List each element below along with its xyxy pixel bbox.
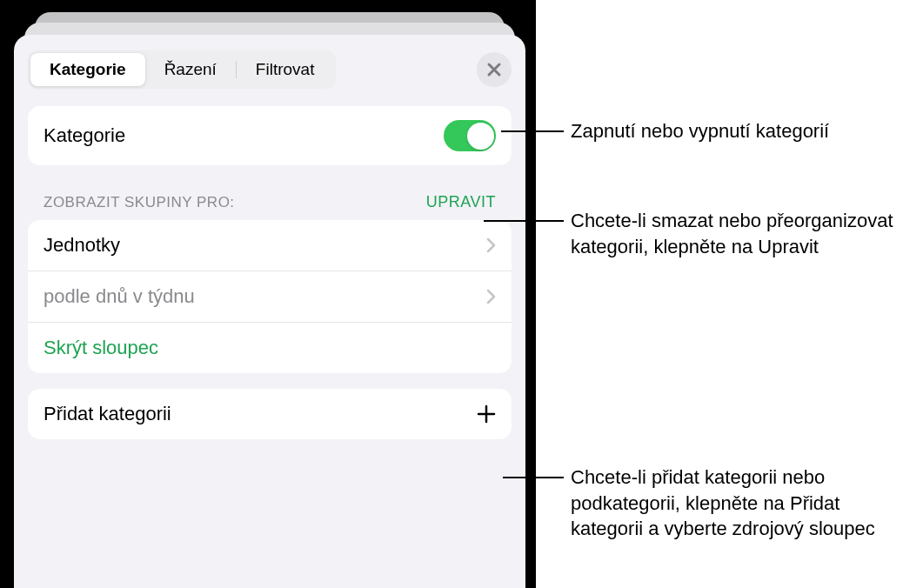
categories-toggle-row: Kategorie <box>28 106 512 165</box>
add-category-label: Přidat kategorii <box>43 403 477 425</box>
categories-sheet: Kategorie Řazení Filtrovat Kategorie ZOB… <box>14 35 525 588</box>
categories-toggle-switch[interactable] <box>444 120 496 151</box>
group-row-units-label: Jednotky <box>43 234 486 257</box>
hide-column-row[interactable]: Skrýt sloupec <box>28 322 512 373</box>
annotation-add: Chcete-li přidat kategorii nebo podkateg… <box>571 464 910 542</box>
group-row-units[interactable]: Jednotky <box>28 220 512 271</box>
sheet-header: Kategorie Řazení Filtrovat <box>28 50 512 89</box>
group-row-by-days-prefix: podle <box>43 285 96 307</box>
close-icon <box>486 62 502 77</box>
annotation-edit: Chcete-li smazat nebo přeorganizovat kat… <box>571 208 901 259</box>
tab-sorting-label: Řazení <box>164 60 217 78</box>
hide-column-label: Skrýt sloupec <box>43 337 496 359</box>
group-row-by-days[interactable]: podle dnů v týdnu <box>28 271 512 322</box>
chevron-right-icon <box>486 237 496 253</box>
edit-button[interactable]: UPRAVIT <box>426 193 496 211</box>
group-row-by-days-main: dnů v týdnu <box>96 285 195 307</box>
callout-line-3 <box>503 477 564 478</box>
chevron-right-icon <box>486 289 496 304</box>
groups-card: Jednotky podle dnů v týdnu Skrýt sloupec <box>28 220 512 373</box>
tab-filter-label: Filtrovat <box>256 60 315 78</box>
tab-categories[interactable]: Kategorie <box>30 53 145 86</box>
segmented-control: Kategorie Řazení Filtrovat <box>28 50 336 89</box>
toggle-knob <box>467 123 494 150</box>
show-groups-section-header: ZOBRAZIT SKUPINY PRO: UPRAVIT <box>28 193 512 220</box>
tab-sorting[interactable]: Řazení <box>145 53 236 86</box>
plus-icon <box>477 404 496 424</box>
add-category-card: Přidat kategorii <box>28 389 512 439</box>
show-groups-header-label: ZOBRAZIT SKUPINY PRO: <box>43 194 235 211</box>
annotation-add-text: Chcete-li přidat kategorii nebo podkateg… <box>571 466 875 539</box>
tab-filter[interactable]: Filtrovat <box>237 53 334 86</box>
group-row-by-days-label: podle dnů v týdnu <box>43 285 486 308</box>
callout-line-1 <box>501 130 564 132</box>
annotation-toggle-text: Zapnutí nebo vypnutí kategorií <box>571 120 829 142</box>
add-category-row[interactable]: Přidat kategorii <box>28 389 512 439</box>
categories-toggle-card: Kategorie <box>28 106 512 165</box>
close-button[interactable] <box>477 52 512 87</box>
tab-categories-label: Kategorie <box>50 60 126 78</box>
callout-line-2 <box>484 220 564 222</box>
categories-toggle-label: Kategorie <box>43 124 444 147</box>
annotation-toggle: Zapnutí nebo vypnutí kategorií <box>571 118 829 144</box>
annotation-edit-text: Chcete-li smazat nebo přeorganizovat kat… <box>571 210 893 257</box>
